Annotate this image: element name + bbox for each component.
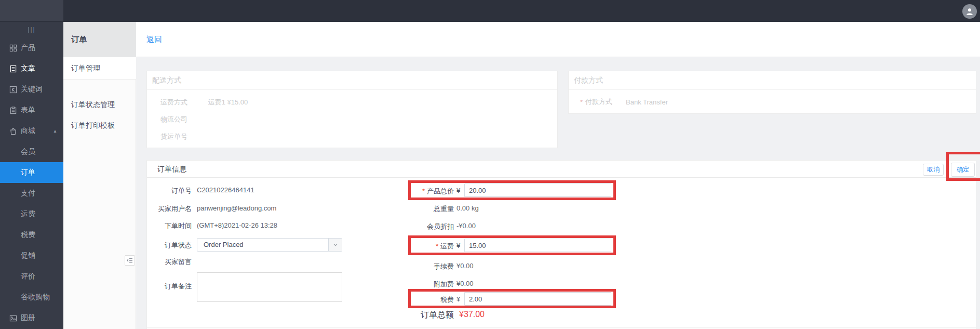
sidebar-item-mall[interactable]: 商城 ▲ <box>0 121 63 141</box>
shipping-method-label: 运费方式 <box>160 98 187 106</box>
sidebar-item-orders[interactable]: 订单 <box>0 162 63 183</box>
currency-symbol: ¥ <box>457 242 460 249</box>
order-status-select[interactable]: Order Placed <box>197 238 342 252</box>
shipping-method-value: 运费1 ¥15.00 <box>208 98 248 106</box>
sidebar-item-forms[interactable]: 表单 <box>0 100 63 121</box>
logistics-company-row: 物流公司 <box>160 111 557 128</box>
main-sidebar: ||| 产品 文章 关键词 <box>0 22 63 329</box>
payment-card-title: 付款方式 <box>569 71 976 90</box>
required-mark: * <box>422 187 425 195</box>
buyer-label: 买家用户名 <box>147 204 192 214</box>
currency-symbol: ¥ <box>457 295 460 303</box>
shipping-fee-input[interactable] <box>464 239 611 252</box>
form-icon <box>9 106 17 114</box>
user-icon <box>965 7 974 16</box>
currency-symbol: ¥ <box>457 187 460 194</box>
submenu-fold-button[interactable] <box>125 255 135 266</box>
order-total-label: 订单总额 <box>329 310 454 321</box>
member-discount-value: -¥0.00 <box>457 222 476 230</box>
shipping-fee-method-row: 运费方式 运费1 ¥15.00 <box>160 94 557 111</box>
order-time-label: 下单时间 <box>147 221 192 231</box>
sidebar-item-keywords[interactable]: 关键词 <box>0 79 63 100</box>
content-top-bar: 返回 <box>136 22 980 57</box>
payment-method-label: 付款方式 <box>585 97 612 107</box>
sidebar-item-label: 关键词 <box>21 85 43 94</box>
payment-method-value: Bank Transfer <box>626 98 668 106</box>
sidebar-item-label: 商城 <box>21 126 35 136</box>
payment-method-row: * 付款方式 Bank Transfer <box>569 90 976 114</box>
submenu-panel: 订单 订单管理 订单状态管理 订单打印模板 <box>63 22 136 329</box>
surcharge-label: 附加费 <box>355 280 454 289</box>
order-no-value: C20210226464141 <box>197 186 254 194</box>
cancel-button[interactable]: 取消 <box>923 164 944 176</box>
order-remark-label: 订单备注 <box>147 282 192 291</box>
freight-number-row: 货运单号 <box>160 128 557 145</box>
sidebar-item-promotion[interactable]: 促销 <box>0 245 63 266</box>
total-weight-label: 总重量 <box>355 204 454 214</box>
buyer-value: panwenjing@leadong.com <box>197 204 276 212</box>
tab-order-management[interactable]: 订单管理 <box>63 57 136 80</box>
surcharge-value: ¥0.00 <box>457 280 474 287</box>
back-link[interactable]: 返回 <box>146 22 162 57</box>
handling-fee-label: 手续费 <box>355 262 454 271</box>
shipping-fee-label: *运费 <box>355 242 454 251</box>
tax-input[interactable] <box>464 292 611 306</box>
grid-icon <box>9 44 17 52</box>
buyer-message-label: 买家留言 <box>147 257 192 267</box>
order-status-label: 订单状态 <box>147 241 192 250</box>
logo <box>0 0 63 21</box>
payment-method-card: 付款方式 * 付款方式 Bank Transfer <box>568 71 976 114</box>
sidebar-item-label: 表单 <box>21 106 35 115</box>
sidebar-item-label: 产品 <box>21 43 35 52</box>
order-card-title: 订单信息 <box>147 161 976 178</box>
user-avatar[interactable] <box>962 4 977 19</box>
submenu-title: 订单 <box>63 22 136 57</box>
sidebar-item-shipping[interactable]: 运费 <box>0 204 63 225</box>
sidebar-item-payment[interactable]: 支付 <box>0 183 63 204</box>
tab-order-print-template[interactable]: 订单打印模板 <box>63 115 136 136</box>
shipping-card-title: 配送方式 <box>147 71 557 90</box>
top-bar <box>0 0 980 22</box>
tab-order-status-management[interactable]: 订单状态管理 <box>63 94 136 115</box>
sidebar-item-tax[interactable]: 税费 <box>0 225 63 245</box>
sidebar-item-album[interactable]: 图册 <box>0 308 63 328</box>
shipping-method-card: 配送方式 运费方式 运费1 ¥15.00 物流公司 货运单号 <box>146 71 558 148</box>
tax-label: 税费 <box>355 295 454 305</box>
required-mark: * <box>580 98 583 106</box>
order-total-value: ¥37.00 <box>459 310 485 319</box>
order-info-card: 订单信息 取消 确定 订单号 C20210226464141 买家用户名 pan… <box>146 160 976 329</box>
order-no-label: 订单号 <box>147 186 192 195</box>
sidebar-item-products[interactable]: 产品 <box>0 37 63 58</box>
sidebar-item-articles[interactable]: 文章 <box>0 58 63 79</box>
freight-number-label: 货运单号 <box>160 133 187 140</box>
order-status-selected-value: Order Placed <box>204 239 244 251</box>
sidebar-item-label: 文章 <box>21 64 35 73</box>
menu-fold-icon <box>127 257 133 264</box>
chevron-down-icon <box>328 239 342 251</box>
total-weight-value: 0.00 kg <box>457 204 479 212</box>
sidebar-item-google-shopping[interactable]: 谷歌购物 <box>0 287 63 308</box>
sidebar-item-reviews[interactable]: 评价 <box>0 266 63 287</box>
handling-fee-value: ¥0.00 <box>457 262 474 270</box>
sidebar-item-members[interactable]: 会员 <box>0 141 63 162</box>
member-discount-label: 会员折扣 <box>355 222 454 231</box>
order-time-value: (GMT+8)2021-02-26 13:28 <box>197 221 277 229</box>
confirm-button[interactable]: 确定 <box>951 163 975 177</box>
logistics-company-label: 物流公司 <box>160 115 187 123</box>
chevron-up-icon: ▲ <box>53 129 57 134</box>
sidebar-collapse-toggle[interactable]: ||| <box>0 22 63 37</box>
album-icon <box>9 314 17 322</box>
order-card-footer <box>147 327 976 329</box>
required-mark: * <box>436 242 438 250</box>
product-price-input[interactable] <box>464 183 611 197</box>
order-remark-textarea[interactable] <box>197 272 342 302</box>
document-icon <box>9 64 17 73</box>
keyword-icon <box>9 85 17 94</box>
product-price-label: *产品总价 <box>355 187 454 196</box>
shop-icon <box>9 127 17 135</box>
sidebar-item-label: 图册 <box>21 313 35 323</box>
